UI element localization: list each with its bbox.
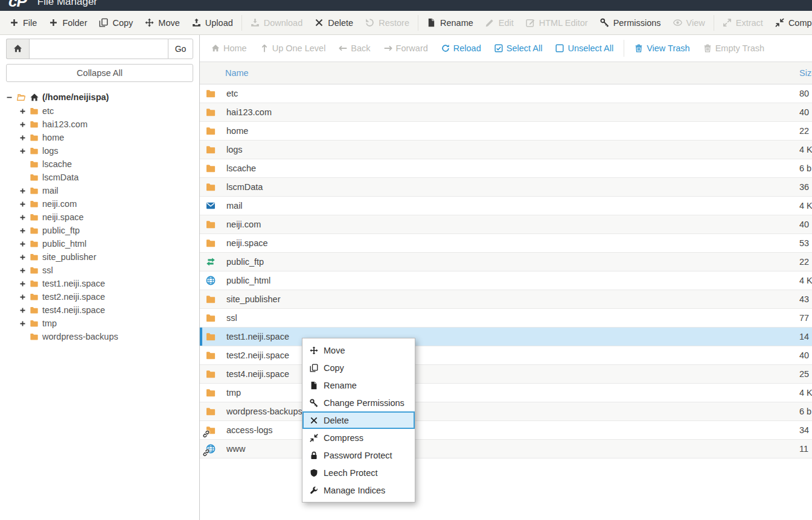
context-menu-label: Manage Indices — [324, 486, 385, 495]
file-row-public-ftp[interactable]: public_ftp22 — [200, 253, 812, 271]
file-row-lscmdata[interactable]: lscmData36 — [200, 178, 812, 197]
file-icon-wrap — [205, 182, 218, 192]
tree-item-site-publisher[interactable]: site_publisher — [6, 250, 199, 264]
context-menu-item-password-protect[interactable]: Password Protect — [302, 446, 415, 464]
go-button[interactable]: Go — [168, 39, 193, 59]
context-menu-item-leech-protect[interactable]: Leech Protect — [302, 464, 415, 481]
page-title: File Manager — [37, 0, 97, 8]
file-row-mail[interactable]: mail4 K — [200, 197, 812, 215]
toolbar-button-folder[interactable]: Folder — [43, 18, 93, 28]
file-row-logs[interactable]: logs4 K — [200, 141, 812, 159]
tree-item-label: wordpress-backups — [42, 332, 118, 341]
tree-item-label: lscache — [42, 159, 72, 169]
file-row-neiji-com[interactable]: neiji.com40 — [200, 215, 812, 234]
file-icon-wrap — [205, 201, 218, 211]
nav-button-view-trash[interactable]: View Trash — [628, 43, 696, 53]
tree-item-label: home — [42, 133, 64, 142]
tree-item-hai123-com[interactable]: hai123.com — [6, 118, 199, 131]
context-menu: MoveCopyRenameChange PermissionsDeleteCo… — [302, 338, 415, 503]
file-row-www[interactable]: www11 — [200, 440, 812, 458]
file-icon-wrap — [205, 107, 218, 117]
tree-item-logs[interactable]: logs — [6, 144, 199, 157]
tree-item-etc[interactable]: etc — [6, 104, 199, 118]
nav-button-reload[interactable]: Reload — [435, 43, 488, 53]
file-name: test1.neiji.space — [226, 332, 289, 341]
folder-icon — [205, 388, 217, 398]
nav-button-unselect-all[interactable]: Unselect All — [549, 43, 620, 53]
tree-item-wordpress-backups[interactable]: wordpress-backups — [6, 330, 199, 343]
tree-item-ssl[interactable]: ssl — [6, 264, 199, 277]
file-row-hai123-com[interactable]: hai123.com40 — [200, 103, 812, 122]
folder-icon — [205, 163, 217, 173]
toolbar-button-file[interactable]: File — [4, 18, 43, 28]
tree-item-test4-neiji-space[interactable]: test4.neiji.space — [6, 303, 199, 317]
context-menu-item-change-permissions[interactable]: Change Permissions — [302, 394, 415, 411]
tree-item-lscmdata[interactable]: lscmData — [6, 171, 199, 184]
file-icon-wrap — [205, 238, 218, 248]
file-icon-wrap — [205, 332, 218, 341]
file-row-lscache[interactable]: lscache6 b — [200, 159, 812, 178]
toolbar-button-label: Permissions — [613, 18, 661, 28]
file-row-test4-neiji-space[interactable]: test4.neiji.space25 — [200, 365, 812, 384]
tree-item-neiji-com[interactable]: neiji.com — [6, 197, 199, 211]
file-name: neiji.space — [226, 238, 268, 248]
toolbar-button-permissions[interactable]: Permissions — [594, 18, 667, 28]
tree-item-label: test1.neiji.space — [42, 279, 105, 288]
search-home-button[interactable] — [6, 39, 29, 59]
search-input[interactable] — [29, 39, 168, 59]
file-row-ssl[interactable]: ssl77 — [200, 309, 812, 328]
nav-button-select-all[interactable]: Select All — [488, 43, 549, 53]
tree-item-mail[interactable]: mail — [6, 184, 199, 197]
nav-button-forward: Forward — [377, 43, 435, 53]
toolbar-button-rename[interactable]: Rename — [421, 18, 479, 28]
context-menu-item-move[interactable]: Move — [302, 341, 415, 359]
collapse-all-button[interactable]: Collapse All — [6, 64, 193, 82]
tree-root-home[interactable]: (/home/neijispa) — [6, 90, 199, 104]
file-row-etc[interactable]: etc80 — [200, 84, 812, 103]
file-row-public-html[interactable]: public_html4 K — [200, 271, 812, 290]
column-header-name[interactable]: Name — [200, 68, 249, 78]
folder-icon — [29, 319, 39, 328]
toolbar-button-copy[interactable]: Copy — [93, 18, 139, 28]
tree-item-home[interactable]: home — [6, 131, 199, 144]
file-row-wordpress-backups[interactable]: wordpress-backups6 b — [200, 402, 812, 421]
tree-item-test1-neiji-space[interactable]: test1.neiji.space — [6, 277, 199, 290]
file-row-access-logs[interactable]: access-logs34 — [200, 421, 812, 440]
file-row-neiji-space[interactable]: neiji.space53 — [200, 234, 812, 253]
toolbar-separator — [241, 15, 242, 31]
tree-item-public-ftp[interactable]: public_ftp — [6, 224, 199, 237]
context-menu-item-rename[interactable]: Rename — [302, 376, 415, 394]
context-menu-item-copy[interactable]: Copy — [302, 359, 415, 376]
toolbar-button-upload[interactable]: Upload — [186, 18, 239, 28]
file-row-test1-neiji-space[interactable]: test1.neiji.space14 — [200, 328, 812, 346]
tree-item-neiji-space[interactable]: neiji.space — [6, 211, 199, 224]
context-menu-item-manage-indices[interactable]: Manage Indices — [302, 481, 415, 499]
toolbar-button-label: Download — [264, 18, 303, 28]
file-name: ssl — [226, 313, 237, 323]
file-row-home[interactable]: home22 — [200, 122, 812, 141]
file-row-tmp[interactable]: tmp4 K — [200, 384, 812, 402]
toolbar-button-html-editor: HTML Editor — [520, 18, 594, 28]
file-row-test2-neiji-space[interactable]: test2.neiji.space40 — [200, 346, 812, 365]
plus-icon — [19, 227, 26, 234]
tree-item-tmp[interactable]: tmp — [6, 317, 199, 330]
folder-icon — [29, 226, 39, 235]
context-menu-item-delete[interactable]: Delete — [302, 411, 415, 429]
toolbar-button-delete[interactable]: Delete — [308, 18, 359, 28]
file-row-site-publisher[interactable]: site_publisher43 — [200, 290, 812, 309]
tree-item-public-html[interactable]: public_html — [6, 237, 199, 250]
column-header-size[interactable]: Size — [799, 68, 812, 78]
toolbar-button-move[interactable]: Move — [139, 18, 185, 28]
tree-item-lscache[interactable]: lscache — [6, 157, 199, 171]
file-rows: etc80hai123.com40home22logs4 Klscache6 b… — [200, 84, 812, 458]
toolbar-button-view: View — [667, 18, 711, 28]
folder-icon — [205, 350, 217, 360]
folder-icon — [29, 186, 39, 195]
tree-item-test2-neiji-space[interactable]: test2.neiji.space — [6, 290, 199, 303]
compress-icon — [775, 18, 784, 27]
context-menu-item-compress[interactable]: Compress — [302, 429, 415, 446]
context-menu-label: Leech Protect — [324, 468, 377, 478]
file-name: home — [226, 126, 248, 136]
app-header: cP File Manager — [0, 0, 812, 11]
toolbar-button-compress[interactable]: Compress — [769, 18, 812, 28]
